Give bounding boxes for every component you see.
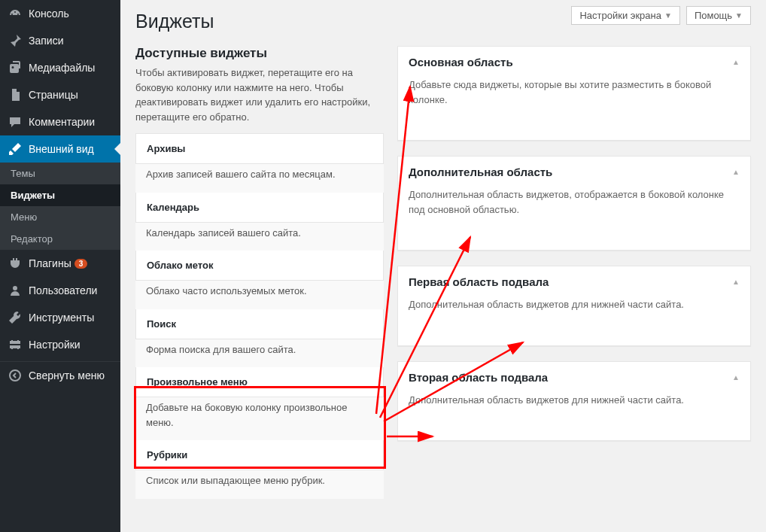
widget-categories[interactable]: Рубрики xyxy=(135,440,384,470)
widget-archives[interactable]: Архивы xyxy=(135,133,384,164)
sidebar-item-console[interactable]: Консоль xyxy=(0,0,120,27)
widget-custom-menu[interactable]: Произвольное меню xyxy=(135,367,384,397)
sidebar-submenu: Темы Виджеты Меню Редактор xyxy=(0,163,120,250)
area-main-title: Основная область xyxy=(409,56,513,68)
area-main-desc: Добавьте сюда виджеты, которые вы хотите… xyxy=(398,78,750,117)
svg-point-0 xyxy=(10,370,20,381)
tools-icon xyxy=(8,310,23,325)
submenu-menus[interactable]: Меню xyxy=(0,206,120,228)
sidebar-item-appearance[interactable]: Внешний вид xyxy=(0,135,120,163)
submenu-themes[interactable]: Темы xyxy=(0,163,120,184)
sidebar-item-label: Настройки xyxy=(29,339,81,351)
submenu-editor[interactable]: Редактор xyxy=(0,228,120,250)
submenu-widgets[interactable]: Виджеты xyxy=(0,184,120,206)
area-footer-1-title: Первая область подвала xyxy=(409,275,549,288)
widget-tag-cloud-desc: Облако часто используемых меток. xyxy=(135,281,384,309)
widget-tag-cloud[interactable]: Облако меток xyxy=(135,251,384,281)
brush-icon xyxy=(8,141,23,157)
main-content: Настройки экрана ▼ Помощь ▼ Виджеты Дост… xyxy=(120,0,766,532)
sidebar-item-pages[interactable]: Страницы xyxy=(0,81,120,108)
sidebar-collapse[interactable]: Свернуть меню xyxy=(0,361,120,389)
widget-search[interactable]: Поиск xyxy=(135,309,384,339)
sidebar-item-label: Внешний вид xyxy=(29,143,94,155)
sidebar-item-label: Медиафайлы xyxy=(29,62,95,74)
widget-calendar-desc: Календарь записей вашего сайта. xyxy=(135,223,384,251)
users-icon xyxy=(8,283,23,298)
settings-icon xyxy=(8,337,23,352)
sidebar-areas-column: Основная область▲ Добавьте сюда виджеты,… xyxy=(397,46,751,499)
available-widgets-column: Доступные виджеты Чтобы активировать вид… xyxy=(135,46,384,499)
sidebar-item-tools[interactable]: Инструменты xyxy=(0,304,120,331)
plugin-update-badge: 3 xyxy=(74,259,88,269)
available-widgets-heading: Доступные виджеты xyxy=(135,46,384,61)
widget-categories-desc: Список или выпадающее меню рубрик. xyxy=(135,470,384,499)
sidebar-item-plugins[interactable]: Плагины 3 xyxy=(0,250,120,277)
sidebar-item-label: Консоль xyxy=(29,8,69,20)
available-widgets-desc: Чтобы активировать виджет, перетащите ег… xyxy=(135,65,384,124)
widget-custom-menu-desc: Добавьте на боковую колонку произвольное… xyxy=(135,397,384,440)
triangle-up-icon: ▲ xyxy=(732,373,740,382)
area-additional-desc: Дополнительная область виджетов, отображ… xyxy=(398,187,750,227)
area-footer-1[interactable]: Первая область подвала▲ Дополнительная о… xyxy=(397,266,751,346)
sidebar-item-users[interactable]: Пользователи xyxy=(0,277,120,304)
admin-sidebar: Консоль Записи Медиафайлы Страницы Комме… xyxy=(0,0,120,532)
sidebar-item-settings[interactable]: Настройки xyxy=(0,331,120,358)
collapse-icon xyxy=(8,368,23,383)
triangle-up-icon: ▲ xyxy=(732,168,740,176)
plugin-icon xyxy=(8,256,23,271)
sidebar-item-posts[interactable]: Записи xyxy=(0,27,120,54)
help-button[interactable]: Помощь ▼ xyxy=(686,6,751,25)
triangle-up-icon: ▲ xyxy=(732,58,740,66)
widget-calendar[interactable]: Календарь xyxy=(135,193,384,223)
media-icon xyxy=(8,60,23,75)
top-actions: Настройки экрана ▼ Помощь ▼ xyxy=(571,6,751,25)
widget-archives-desc: Архив записей вашего сайта по месяцам. xyxy=(135,164,384,193)
area-footer-2-title: Вторая область подвала xyxy=(409,371,548,384)
screen-options-button[interactable]: Настройки экрана ▼ xyxy=(571,6,679,25)
area-footer-2[interactable]: Вторая область подвала▲ Дополнительная о… xyxy=(397,361,751,442)
sidebar-item-label: Плагины xyxy=(29,257,71,269)
pages-icon xyxy=(8,87,23,102)
caret-down-icon: ▼ xyxy=(664,11,672,20)
area-additional[interactable]: Дополнительная область▲ Дополнительная о… xyxy=(397,156,751,251)
widget-search-desc: Форма поиска для вашего сайта. xyxy=(135,339,384,368)
sidebar-item-media[interactable]: Медиафайлы xyxy=(0,54,120,81)
area-footer-2-desc: Дополнительная область виджетов для нижн… xyxy=(398,393,750,418)
pin-icon xyxy=(8,33,23,48)
sidebar-item-label: Комментарии xyxy=(29,116,95,128)
area-additional-title: Дополнительная область xyxy=(409,166,552,178)
caret-down-icon: ▼ xyxy=(735,11,743,20)
comments-icon xyxy=(8,114,23,129)
area-main[interactable]: Основная область▲ Добавьте сюда виджеты,… xyxy=(397,46,751,141)
dashboard-icon xyxy=(8,6,23,21)
area-footer-1-desc: Дополнительная область виджетов для нижн… xyxy=(398,297,750,323)
sidebar-item-label: Инструменты xyxy=(29,312,94,324)
sidebar-item-label: Записи xyxy=(29,35,63,47)
sidebar-item-comments[interactable]: Комментарии xyxy=(0,108,120,135)
sidebar-item-label: Страницы xyxy=(29,89,78,101)
sidebar-collapse-label: Свернуть меню xyxy=(29,369,105,382)
triangle-up-icon: ▲ xyxy=(732,278,740,286)
sidebar-item-label: Пользователи xyxy=(29,284,97,296)
